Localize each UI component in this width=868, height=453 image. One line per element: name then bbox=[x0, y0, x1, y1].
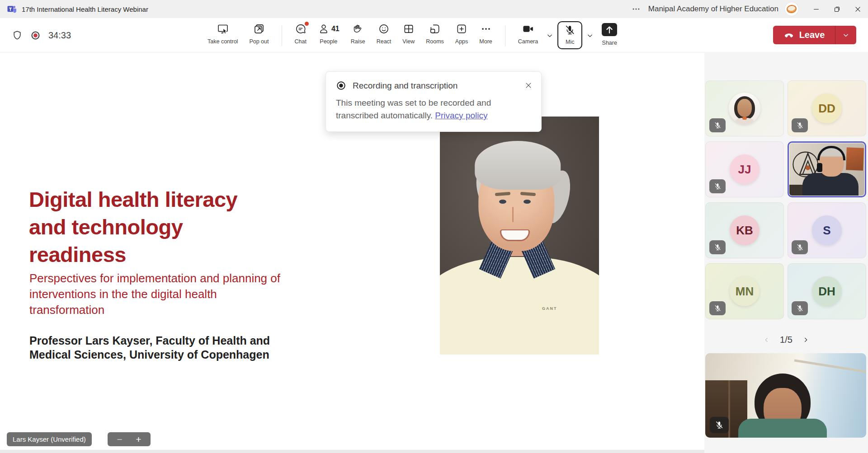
react-button[interactable]: React bbox=[373, 21, 396, 45]
zoom-out-button[interactable]: − bbox=[113, 434, 127, 444]
participant-tile[interactable]: S bbox=[788, 202, 866, 258]
smiley-icon bbox=[378, 23, 390, 35]
pager-previous-icon[interactable] bbox=[762, 336, 771, 344]
mic-muted-icon bbox=[714, 182, 722, 190]
avatar-initials: DD bbox=[812, 93, 842, 123]
zoom-controls: − + bbox=[108, 432, 151, 446]
titlebar-overflow-menu-icon[interactable] bbox=[631, 4, 641, 14]
org-logo-avatar[interactable] bbox=[785, 2, 798, 16]
speaker-portrait-photo: GANT bbox=[440, 117, 599, 355]
participant-grid: DD JJ KB S MN bbox=[705, 80, 866, 319]
participants-sidebar: DD JJ KB S MN bbox=[704, 53, 868, 453]
security-shield-icon bbox=[12, 30, 23, 41]
mic-muted-badge bbox=[792, 301, 808, 315]
mic-muted-icon bbox=[796, 304, 804, 312]
recording-notification: Recording and transcription This meeting… bbox=[326, 71, 542, 132]
wall-art-painting bbox=[846, 147, 864, 170]
mic-muted-badge bbox=[709, 301, 726, 315]
more-button[interactable]: More bbox=[475, 21, 496, 45]
stage-bottom-edge bbox=[0, 450, 704, 453]
close-icon bbox=[524, 81, 533, 89]
more-ellipsis-icon bbox=[480, 23, 492, 35]
monitor-cursor-icon bbox=[217, 23, 229, 35]
record-icon bbox=[336, 80, 346, 91]
active-speaker-video-tile[interactable] bbox=[788, 141, 866, 197]
restore-button[interactable] bbox=[826, 0, 847, 18]
pager-next-icon[interactable] bbox=[802, 336, 810, 344]
meeting-timer: 34:33 bbox=[48, 30, 71, 41]
mic-muted-badge bbox=[710, 417, 729, 433]
avatar-photo bbox=[729, 93, 760, 124]
org-logo-emblem bbox=[786, 5, 797, 14]
minimize-icon bbox=[812, 5, 820, 13]
portrait-hair bbox=[475, 141, 561, 190]
participant-tile[interactable]: DD bbox=[788, 80, 866, 136]
mic-muted-badge bbox=[709, 118, 726, 132]
mic-muted-icon bbox=[564, 24, 576, 36]
participant-tile[interactable]: JJ bbox=[705, 141, 784, 197]
pop-out-button[interactable]: Pop out bbox=[245, 21, 273, 45]
notification-close-button[interactable] bbox=[522, 79, 535, 92]
mic-muted-icon bbox=[714, 121, 722, 129]
chat-button[interactable]: Chat bbox=[291, 21, 311, 45]
raise-hand-button[interactable]: Raise bbox=[347, 21, 369, 45]
participant-tile[interactable]: DH bbox=[788, 263, 866, 319]
mic-muted-badge bbox=[709, 179, 726, 193]
pop-out-icon bbox=[253, 23, 265, 35]
close-icon bbox=[854, 5, 862, 13]
slide-author: Professor Lars Kayser, Faculty of Health… bbox=[29, 334, 270, 362]
people-button[interactable]: 41 People bbox=[314, 21, 344, 45]
mic-muted-icon bbox=[714, 304, 722, 312]
avatar-initials: KB bbox=[730, 215, 760, 245]
toolbar-divider bbox=[505, 25, 505, 46]
apps-plus-icon bbox=[456, 23, 467, 35]
slide-title: Digital health literacy and technology r… bbox=[29, 186, 237, 268]
leave-button[interactable]: Leave bbox=[773, 26, 835, 44]
mic-muted-icon bbox=[715, 420, 724, 430]
zoom-in-button[interactable]: + bbox=[132, 434, 145, 444]
share-button[interactable]: Share bbox=[598, 21, 621, 46]
self-view-video-tile[interactable] bbox=[705, 353, 866, 438]
camera-options-chevron-icon[interactable] bbox=[545, 31, 554, 40]
avatar-initials: MN bbox=[730, 276, 760, 306]
presenter-name-label: Lars Kayser (Unverified) bbox=[7, 432, 92, 446]
window-titlebar: 17th International Health Literacy Webin… bbox=[0, 0, 868, 18]
slide-subtitle: Perspectives for implementation and plan… bbox=[29, 271, 280, 318]
breakout-rooms-icon bbox=[429, 23, 441, 35]
phone-hangup-icon bbox=[783, 30, 794, 41]
camera-button[interactable]: Camera bbox=[514, 21, 542, 45]
participant-tile-photo[interactable] bbox=[705, 80, 784, 136]
org-name-label: Manipal Academy of Higher Education bbox=[648, 5, 778, 14]
mic-muted-icon bbox=[796, 121, 804, 129]
avatar-initials: DH bbox=[812, 276, 842, 306]
privacy-policy-link[interactable]: Privacy policy bbox=[435, 111, 487, 120]
teams-logo-icon bbox=[6, 4, 17, 14]
leave-button-group: Leave bbox=[773, 26, 856, 44]
avatar-initials: S bbox=[812, 215, 842, 245]
minimize-button[interactable] bbox=[806, 0, 826, 18]
chat-notification-dot bbox=[305, 22, 309, 26]
mic-button[interactable]: Mic bbox=[557, 21, 582, 49]
pager-label: 1/5 bbox=[780, 335, 793, 345]
close-button[interactable] bbox=[847, 0, 868, 18]
chevron-down-icon bbox=[841, 31, 850, 40]
participant-pager: 1/5 bbox=[704, 335, 868, 345]
rooms-button[interactable]: Rooms bbox=[422, 21, 448, 45]
mic-options-chevron-icon[interactable] bbox=[585, 31, 594, 40]
people-icon bbox=[318, 23, 330, 35]
notification-body: This meeting was set to be recorded and … bbox=[336, 97, 528, 122]
mic-muted-badge bbox=[792, 118, 808, 132]
take-control-button[interactable]: Take control bbox=[203, 21, 242, 45]
notification-title: Recording and transcription bbox=[353, 81, 458, 91]
portrait-sweater bbox=[440, 257, 599, 355]
participant-tile[interactable]: KB bbox=[705, 202, 784, 258]
recording-indicator-icon bbox=[30, 30, 41, 41]
mic-muted-badge bbox=[709, 240, 726, 254]
share-up-arrow-icon bbox=[602, 23, 617, 36]
view-button[interactable]: View bbox=[398, 21, 419, 45]
meeting-toolbar: 34:33 Take control Pop out Chat 41 Peopl… bbox=[0, 18, 868, 52]
apps-button[interactable]: Apps bbox=[451, 21, 472, 45]
participant-tile[interactable]: MN bbox=[705, 263, 784, 319]
sweater-brand-label: GANT bbox=[542, 306, 557, 311]
leave-options-button[interactable] bbox=[835, 26, 856, 44]
